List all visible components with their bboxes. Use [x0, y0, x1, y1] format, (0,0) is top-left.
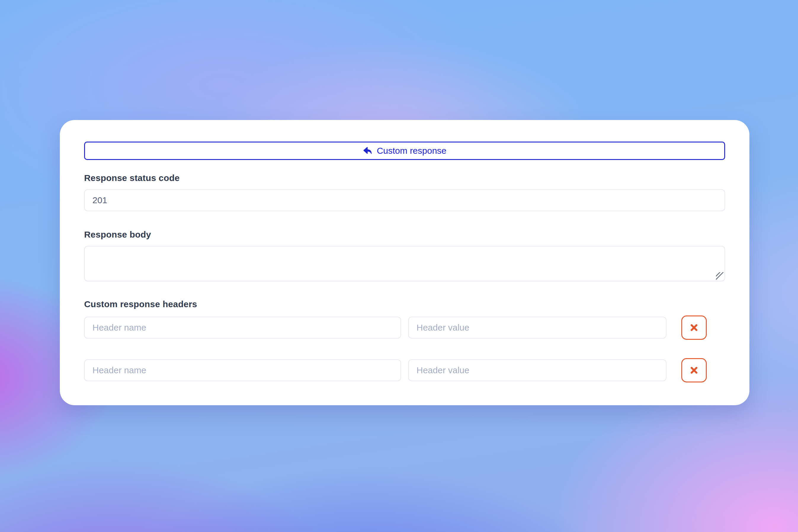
x-icon — [689, 323, 699, 332]
custom-response-card: Custom response Response status code Res… — [60, 120, 749, 405]
desktop-background: { "card": { "button": { "label": "Custom… — [0, 0, 798, 532]
custom-response-button-label: Custom response — [377, 146, 446, 156]
response-body-field — [84, 246, 725, 281]
header-value-input[interactable] — [408, 317, 666, 339]
response-body-textarea[interactable] — [84, 246, 725, 281]
custom-response-headers-label: Custom response headers — [84, 299, 725, 310]
custom-response-button[interactable]: Custom response — [84, 141, 725, 160]
resize-grip-icon[interactable] — [716, 272, 724, 280]
x-icon — [689, 365, 699, 375]
header-row — [84, 316, 725, 340]
remove-header-button[interactable] — [681, 316, 707, 340]
header-name-input[interactable] — [84, 359, 401, 381]
header-name-input[interactable] — [84, 317, 401, 339]
remove-header-button[interactable] — [681, 358, 707, 382]
status-code-label: Response status code — [84, 172, 725, 184]
reply-icon — [363, 147, 372, 155]
header-row — [84, 358, 725, 382]
header-value-input[interactable] — [408, 359, 666, 381]
status-code-input[interactable] — [84, 189, 725, 211]
response-body-label: Response body — [84, 229, 725, 240]
